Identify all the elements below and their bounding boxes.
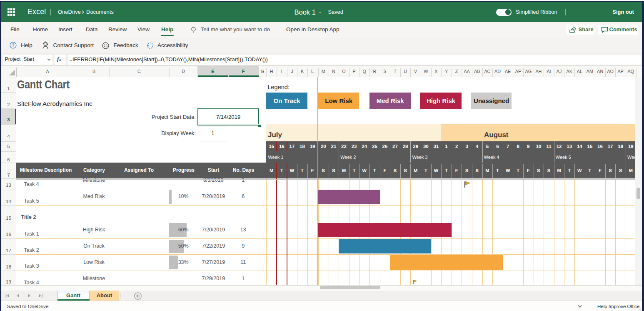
- svg-text:?: ?: [12, 43, 14, 48]
